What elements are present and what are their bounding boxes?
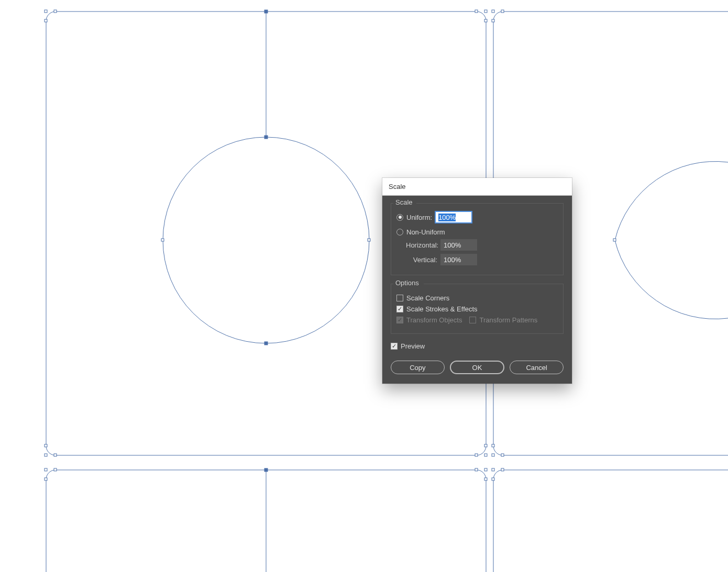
svg-rect-8	[54, 10, 57, 13]
svg-rect-38	[368, 239, 370, 241]
svg-rect-15	[54, 454, 57, 456]
vertical-label: Vertical:	[406, 256, 437, 264]
svg-rect-31	[492, 468, 494, 471]
cancel-button[interactable]: Cancel	[510, 361, 564, 374]
scale-corners-checkbox[interactable]	[396, 295, 403, 301]
nonuniform-row: Non-Uniform	[396, 228, 558, 236]
uniform-radio[interactable]	[396, 214, 403, 221]
illustrator-canvas[interactable]	[0, 0, 728, 572]
svg-rect-34	[613, 239, 616, 241]
svg-rect-35	[264, 136, 268, 139]
svg-rect-27	[45, 478, 47, 480]
vertical-input[interactable]	[440, 254, 477, 265]
svg-rect-12	[484, 19, 487, 22]
svg-point-2	[163, 137, 369, 343]
transform-row: ✓ Transform Objects Transform Patterns	[396, 316, 558, 324]
transform-objects-checkbox: ✓	[396, 317, 403, 323]
dialog-title: Scale	[389, 183, 406, 190]
svg-rect-36	[264, 342, 268, 345]
svg-rect-28	[484, 468, 487, 471]
uniform-input[interactable]	[435, 211, 472, 223]
scale-strokes-checkbox[interactable]: ✓	[396, 306, 403, 312]
svg-rect-33	[492, 478, 494, 480]
svg-rect-24	[501, 454, 504, 456]
svg-rect-13	[45, 454, 47, 456]
uniform-row: Uniform:	[396, 211, 558, 223]
svg-rect-11	[475, 10, 478, 13]
scale-corners-label[interactable]: Scale Corners	[406, 294, 449, 302]
scale-strokes-row: ✓ Scale Strokes & Effects	[396, 305, 558, 313]
copy-button[interactable]: Copy	[391, 361, 445, 374]
vertical-row: Vertical:	[396, 254, 558, 265]
svg-rect-29	[475, 468, 478, 471]
preview-checkbox[interactable]: ✓	[391, 343, 398, 350]
transform-objects-label: Transform Objects	[406, 316, 462, 324]
svg-rect-9	[45, 19, 47, 22]
svg-rect-7	[45, 10, 47, 13]
svg-rect-17	[475, 454, 478, 456]
scale-dialog: Scale Scale Uniform: Non-Uniform Horizon…	[382, 178, 572, 384]
svg-rect-18	[484, 444, 487, 447]
dialog-titlebar[interactable]: Scale	[382, 178, 572, 196]
svg-rect-5	[493, 470, 728, 572]
dialog-body: Scale Uniform: Non-Uniform Horizontal: V…	[382, 196, 572, 384]
scale-strokes-label[interactable]: Scale Strokes & Effects	[406, 305, 478, 313]
uniform-label[interactable]: Uniform:	[406, 214, 432, 221]
scale-group: Scale Uniform: Non-Uniform Horizontal: V…	[391, 203, 564, 275]
svg-rect-14	[45, 444, 47, 447]
transform-patterns-checkbox	[469, 317, 476, 323]
ok-button[interactable]: OK	[450, 361, 505, 374]
nonuniform-label[interactable]: Non-Uniform	[406, 228, 445, 236]
scale-corners-row: Scale Corners	[396, 294, 558, 302]
scale-group-legend: Scale	[394, 198, 414, 206]
horizontal-input[interactable]	[440, 239, 477, 251]
preview-row: ✓ Preview	[391, 342, 564, 350]
svg-rect-37	[161, 239, 164, 241]
transform-patterns-label: Transform Patterns	[479, 316, 537, 324]
dialog-button-row: Copy OK Cancel	[391, 357, 564, 374]
svg-rect-32	[501, 468, 504, 471]
svg-rect-16	[484, 454, 487, 456]
options-group: Options Scale Corners ✓ Scale Strokes & …	[391, 284, 564, 334]
svg-rect-23	[492, 444, 494, 447]
svg-rect-25	[45, 468, 47, 471]
svg-rect-10	[484, 10, 487, 13]
svg-rect-40	[264, 468, 268, 472]
svg-rect-22	[492, 454, 494, 456]
svg-rect-26	[54, 468, 57, 471]
horizontal-row: Horizontal:	[396, 239, 558, 251]
svg-rect-39	[264, 10, 268, 13]
svg-rect-19	[492, 10, 494, 13]
preview-label[interactable]: Preview	[401, 342, 425, 350]
nonuniform-radio[interactable]	[396, 229, 403, 235]
options-group-legend: Options	[394, 279, 420, 287]
horizontal-label: Horizontal:	[406, 241, 437, 249]
svg-rect-30	[484, 478, 487, 480]
svg-rect-21	[492, 19, 494, 22]
svg-rect-20	[501, 10, 504, 13]
